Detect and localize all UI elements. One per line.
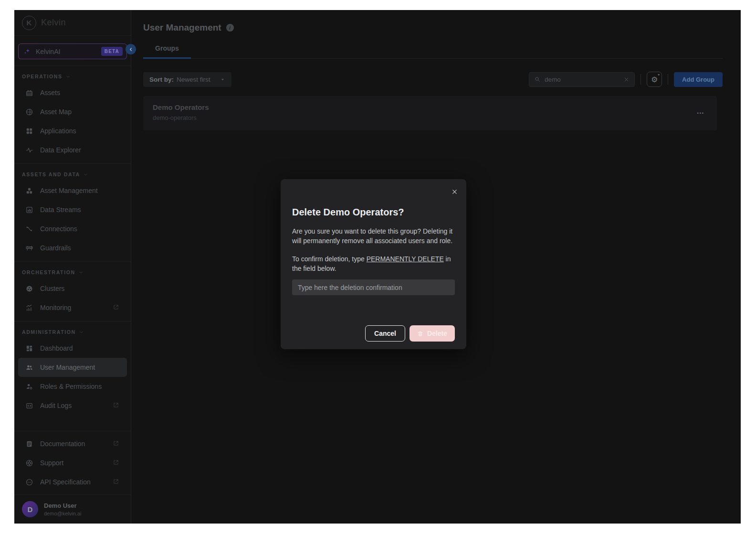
sidebar-item-assets[interactable]: Assets (18, 83, 127, 102)
tab-bar: Groups (143, 44, 723, 59)
info-icon[interactable]: i (226, 24, 234, 32)
modal-confirm-text: To confirm deletion, type PERMANENTLY DE… (292, 254, 455, 273)
tab-groups[interactable]: Groups (143, 44, 191, 58)
barrier-icon (25, 244, 33, 252)
brand-name: Kelvin (41, 18, 66, 28)
external-link-icon (113, 304, 119, 312)
section-header-administration[interactable]: ADMINISTRATION (14, 326, 131, 339)
trash-icon (417, 331, 423, 337)
confirm-keyword: PERMANENTLY DELETE (367, 255, 444, 263)
clear-search-icon[interactable] (623, 76, 630, 83)
sidebar-item-clusters[interactable]: Clusters (18, 279, 127, 298)
sidebar-item-roles-permissions[interactable]: Roles & Permissions (18, 377, 127, 396)
chevron-down-icon (220, 77, 225, 82)
sidebar-item-monitoring[interactable]: Monitoring (18, 298, 127, 317)
monitoring-chart-icon (25, 304, 33, 312)
sidebar-item-api-specification[interactable]: API Specification (18, 472, 127, 492)
add-group-button[interactable]: Add Group (674, 72, 723, 87)
sidebar-item-guardrails[interactable]: Guardrails (18, 238, 127, 257)
sidebar-item-support[interactable]: Support (18, 453, 127, 472)
modal-body: Are you sure you want to delete this gro… (292, 218, 455, 273)
deletion-confirmation-input[interactable] (292, 279, 455, 295)
modal-warning-text: Are you sure you want to delete this gro… (292, 226, 455, 246)
page-header: User Management i (143, 22, 723, 33)
external-link-icon (113, 459, 119, 467)
page-title: User Management (143, 22, 221, 33)
kelvin-logo-icon: K (22, 16, 36, 30)
users-icon (25, 364, 33, 372)
delete-group-modal: Delete Demo Operators? Are you sure you … (281, 179, 466, 349)
group-settings-button[interactable]: ⚙ ✦ (647, 72, 662, 87)
brand-logo[interactable]: K Kelvin (14, 10, 131, 36)
app-window: K Kelvin KelvinAI BETA OPERATIONS Assets (14, 10, 741, 524)
sidebar-section-administration: ADMINISTRATION Dashboard User Management… (14, 321, 131, 419)
sidebar-item-asset-management[interactable]: Asset Management (18, 181, 127, 200)
search-box (529, 72, 635, 87)
cluster-icon (25, 285, 33, 293)
sidebar-item-applications[interactable]: Applications (18, 121, 127, 140)
bar-chart-icon (25, 206, 33, 214)
sparkles-icon (23, 48, 31, 55)
sidebar-section-assets-data: ASSETS AND DATA Asset Management Data St… (14, 164, 131, 262)
cancel-button[interactable]: Cancel (365, 325, 405, 342)
sidebar-item-label: KelvinAI (36, 48, 96, 55)
chevron-down-icon (83, 172, 88, 177)
asset-boxes-icon (25, 187, 33, 195)
user-profile[interactable]: D Demo User demo@kelvin.ai (14, 494, 131, 524)
sidebar-item-kelvinai[interactable]: KelvinAI BETA (18, 43, 127, 59)
sort-dropdown[interactable]: Sort by: Newest first (143, 72, 231, 87)
avatar: D (22, 501, 38, 517)
user-name: Demo User (44, 502, 81, 509)
factory-icon (25, 89, 33, 97)
apps-grid-icon (25, 127, 33, 135)
close-icon[interactable] (452, 189, 458, 195)
divider (640, 74, 641, 85)
sidebar-item-user-management[interactable]: User Management (18, 358, 127, 377)
document-icon (25, 440, 33, 448)
sidebar-item-data-streams[interactable]: Data Streams (18, 200, 127, 219)
chevron-down-icon (78, 270, 84, 275)
search-icon (534, 76, 541, 83)
beta-badge: BETA (101, 47, 123, 56)
sidebar-footer-links: Documentation Support API Specification (14, 431, 131, 494)
group-name: Demo Operators (153, 103, 209, 111)
section-header-operations[interactable]: OPERATIONS (14, 71, 131, 83)
sparkle-icon: ✦ (657, 73, 660, 76)
kelvinai-block: KelvinAI BETA (14, 36, 131, 66)
sidebar-item-audit-logs[interactable]: Audit Logs (18, 396, 127, 415)
sidebar-item-asset-map[interactable]: Asset Map (18, 102, 127, 121)
section-header-assets-data[interactable]: ASSETS AND DATA (14, 169, 131, 181)
gear-icon: ⚙ (651, 75, 658, 84)
section-header-orchestration[interactable]: ORCHESTRATION (14, 267, 131, 279)
sidebar-section-operations: OPERATIONS Assets Asset Map Applications… (14, 66, 131, 164)
sidebar-item-dashboard[interactable]: Dashboard (18, 339, 127, 358)
dashboard-icon (25, 344, 33, 353)
code-log-icon (25, 402, 33, 410)
waveform-icon (25, 146, 33, 154)
lifebuoy-icon (25, 459, 33, 467)
sidebar-collapse-button[interactable] (126, 44, 136, 54)
chevron-left-icon (128, 47, 134, 52)
sidebar-item-connections[interactable]: Connections (18, 219, 127, 238)
user-email: demo@kelvin.ai (44, 511, 81, 516)
chevron-down-icon (65, 74, 71, 79)
search-input[interactable] (545, 76, 620, 83)
route-icon (25, 225, 33, 233)
modal-title: Delete Demo Operators? (292, 207, 455, 218)
group-row-demo-operators[interactable]: Demo Operators demo-operators ••• (143, 96, 717, 130)
person-gear-icon (25, 383, 33, 391)
globe-icon (25, 108, 33, 116)
modal-footer: Cancel Delete (292, 325, 455, 342)
sidebar-section-orchestration: ORCHESTRATION Clusters Monitoring (14, 262, 131, 321)
external-link-icon (113, 402, 119, 410)
group-slug: demo-operators (153, 114, 209, 121)
external-link-icon (113, 478, 119, 486)
divider (668, 74, 668, 85)
delete-button[interactable]: Delete (410, 325, 455, 342)
sidebar-item-data-explorer[interactable]: Data Explorer (18, 140, 127, 160)
external-link-icon (113, 440, 119, 448)
sidebar: K Kelvin KelvinAI BETA OPERATIONS Assets (14, 10, 131, 524)
sidebar-item-documentation[interactable]: Documentation (18, 434, 127, 453)
ellipsis-menu-icon[interactable]: ••• (694, 108, 707, 118)
groups-toolbar: Sort by: Newest first ⚙ ✦ Add Group (143, 72, 723, 87)
